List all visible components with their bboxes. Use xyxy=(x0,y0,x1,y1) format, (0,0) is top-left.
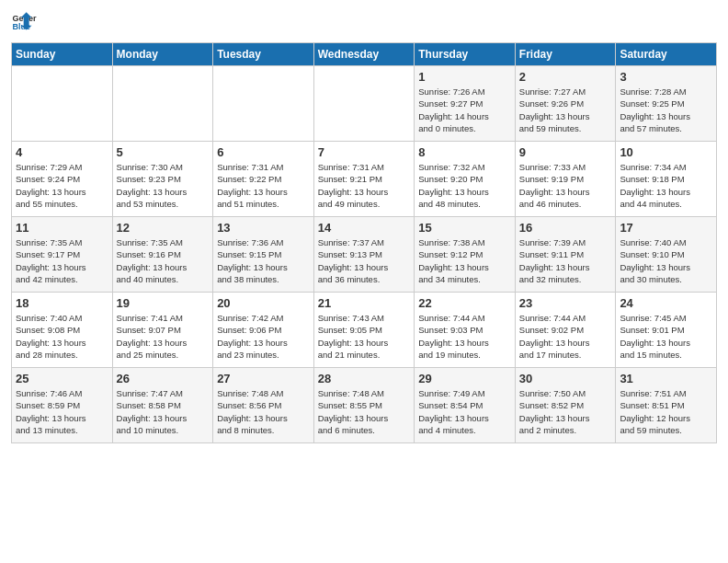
calendar-cell: 3Sunrise: 7:28 AM Sunset: 9:25 PM Daylig… xyxy=(616,66,717,142)
day-info: Sunrise: 7:27 AM Sunset: 9:26 PM Dayligh… xyxy=(519,86,612,134)
day-number: 30 xyxy=(519,372,612,385)
day-number: 25 xyxy=(16,372,108,385)
day-info: Sunrise: 7:48 AM Sunset: 8:55 PM Dayligh… xyxy=(318,387,411,436)
calendar-cell: 12Sunrise: 7:35 AM Sunset: 9:16 PM Dayli… xyxy=(112,217,213,293)
calendar-cell: 7Sunrise: 7:31 AM Sunset: 9:21 PM Daylig… xyxy=(313,142,415,217)
day-info: Sunrise: 7:35 AM Sunset: 9:16 PM Dayligh… xyxy=(117,236,210,285)
calendar-cell: 13Sunrise: 7:36 AM Sunset: 9:15 PM Dayli… xyxy=(213,217,314,293)
day-info: Sunrise: 7:39 AM Sunset: 9:11 PM Dayligh… xyxy=(519,236,612,285)
day-number: 9 xyxy=(519,145,612,159)
day-number: 24 xyxy=(620,296,712,310)
day-info: Sunrise: 7:40 AM Sunset: 9:10 PM Dayligh… xyxy=(620,236,712,285)
calendar-cell: 31Sunrise: 7:51 AM Sunset: 8:51 PM Dayli… xyxy=(616,368,717,443)
calendar-cell: 17Sunrise: 7:40 AM Sunset: 9:10 PM Dayli… xyxy=(616,217,717,293)
calendar-cell: 2Sunrise: 7:27 AM Sunset: 9:26 PM Daylig… xyxy=(515,66,616,142)
day-info: Sunrise: 7:43 AM Sunset: 9:05 PM Dayligh… xyxy=(318,312,411,361)
day-info: Sunrise: 7:29 AM Sunset: 9:24 PM Dayligh… xyxy=(16,161,108,210)
day-info: Sunrise: 7:51 AM Sunset: 8:51 PM Dayligh… xyxy=(620,387,712,436)
day-number: 5 xyxy=(117,145,210,159)
calendar-cell: 30Sunrise: 7:50 AM Sunset: 8:52 PM Dayli… xyxy=(515,368,616,443)
calendar-cell: 21Sunrise: 7:43 AM Sunset: 9:05 PM Dayli… xyxy=(313,293,415,368)
calendar-cell: 26Sunrise: 7:47 AM Sunset: 8:58 PM Dayli… xyxy=(112,368,213,443)
day-info: Sunrise: 7:47 AM Sunset: 8:58 PM Dayligh… xyxy=(117,387,210,436)
calendar-week-2: 4Sunrise: 7:29 AM Sunset: 9:24 PM Daylig… xyxy=(12,142,717,217)
day-number: 12 xyxy=(117,221,210,235)
day-header-friday: Friday xyxy=(515,43,616,66)
day-number: 28 xyxy=(318,372,411,385)
calendar-cell xyxy=(213,66,314,142)
day-number: 17 xyxy=(620,221,712,235)
calendar-cell: 10Sunrise: 7:34 AM Sunset: 9:18 PM Dayli… xyxy=(616,142,717,217)
day-number: 6 xyxy=(217,145,310,159)
day-info: Sunrise: 7:26 AM Sunset: 9:27 PM Dayligh… xyxy=(418,86,511,134)
day-info: Sunrise: 7:44 AM Sunset: 9:02 PM Dayligh… xyxy=(519,312,612,361)
calendar-week-4: 18Sunrise: 7:40 AM Sunset: 9:08 PM Dayli… xyxy=(12,293,717,368)
day-number: 2 xyxy=(519,70,612,84)
calendar-week-3: 11Sunrise: 7:35 AM Sunset: 9:17 PM Dayli… xyxy=(12,217,717,293)
calendar-cell: 28Sunrise: 7:48 AM Sunset: 8:55 PM Dayli… xyxy=(313,368,415,443)
calendar-cell: 9Sunrise: 7:33 AM Sunset: 9:19 PM Daylig… xyxy=(515,142,616,217)
days-header-row: SundayMondayTuesdayWednesdayThursdayFrid… xyxy=(12,43,717,66)
day-number: 14 xyxy=(318,221,411,235)
day-number: 20 xyxy=(217,296,310,310)
calendar-cell: 16Sunrise: 7:39 AM Sunset: 9:11 PM Dayli… xyxy=(515,217,616,293)
calendar-cell: 20Sunrise: 7:42 AM Sunset: 9:06 PM Dayli… xyxy=(213,293,314,368)
day-header-monday: Monday xyxy=(112,43,213,66)
day-number: 21 xyxy=(318,296,411,310)
calendar-cell: 11Sunrise: 7:35 AM Sunset: 9:17 PM Dayli… xyxy=(12,217,113,293)
day-info: Sunrise: 7:41 AM Sunset: 9:07 PM Dayligh… xyxy=(117,312,210,361)
day-number: 8 xyxy=(418,145,511,159)
calendar-cell: 25Sunrise: 7:46 AM Sunset: 8:59 PM Dayli… xyxy=(12,368,113,443)
day-number: 11 xyxy=(16,221,108,235)
logo-icon: General Blue xyxy=(11,9,37,35)
calendar-cell: 18Sunrise: 7:40 AM Sunset: 9:08 PM Dayli… xyxy=(12,293,113,368)
calendar-cell: 19Sunrise: 7:41 AM Sunset: 9:07 PM Dayli… xyxy=(112,293,213,368)
day-info: Sunrise: 7:48 AM Sunset: 8:56 PM Dayligh… xyxy=(217,387,310,436)
day-number: 23 xyxy=(519,296,612,310)
day-info: Sunrise: 7:50 AM Sunset: 8:52 PM Dayligh… xyxy=(519,387,612,436)
calendar-cell: 27Sunrise: 7:48 AM Sunset: 8:56 PM Dayli… xyxy=(213,368,314,443)
calendar-cell: 23Sunrise: 7:44 AM Sunset: 9:02 PM Dayli… xyxy=(515,293,616,368)
calendar-cell: 14Sunrise: 7:37 AM Sunset: 9:13 PM Dayli… xyxy=(313,217,415,293)
day-info: Sunrise: 7:35 AM Sunset: 9:17 PM Dayligh… xyxy=(16,236,108,285)
day-number: 1 xyxy=(418,70,511,84)
logo: General Blue xyxy=(11,9,37,35)
calendar-cell: 5Sunrise: 7:30 AM Sunset: 9:23 PM Daylig… xyxy=(112,142,213,217)
day-info: Sunrise: 7:44 AM Sunset: 9:03 PM Dayligh… xyxy=(418,312,511,361)
calendar-table: SundayMondayTuesdayWednesdayThursdayFrid… xyxy=(11,42,717,443)
calendar-cell: 1Sunrise: 7:26 AM Sunset: 9:27 PM Daylig… xyxy=(415,66,516,142)
calendar-cell: 8Sunrise: 7:32 AM Sunset: 9:20 PM Daylig… xyxy=(415,142,516,217)
day-info: Sunrise: 7:31 AM Sunset: 9:22 PM Dayligh… xyxy=(217,161,310,210)
calendar-cell xyxy=(112,66,213,142)
calendar-cell: 22Sunrise: 7:44 AM Sunset: 9:03 PM Dayli… xyxy=(415,293,516,368)
header: General Blue xyxy=(11,9,717,35)
calendar-week-1: 1Sunrise: 7:26 AM Sunset: 9:27 PM Daylig… xyxy=(12,66,717,142)
day-info: Sunrise: 7:34 AM Sunset: 9:18 PM Dayligh… xyxy=(620,161,712,210)
day-info: Sunrise: 7:30 AM Sunset: 9:23 PM Dayligh… xyxy=(117,161,210,210)
day-info: Sunrise: 7:32 AM Sunset: 9:20 PM Dayligh… xyxy=(418,161,511,210)
day-number: 13 xyxy=(217,221,310,235)
day-info: Sunrise: 7:28 AM Sunset: 9:25 PM Dayligh… xyxy=(620,86,712,134)
calendar-cell: 15Sunrise: 7:38 AM Sunset: 9:12 PM Dayli… xyxy=(415,217,516,293)
day-number: 18 xyxy=(16,296,108,310)
day-info: Sunrise: 7:42 AM Sunset: 9:06 PM Dayligh… xyxy=(217,312,310,361)
calendar-cell: 24Sunrise: 7:45 AM Sunset: 9:01 PM Dayli… xyxy=(616,293,717,368)
day-header-sunday: Sunday xyxy=(12,43,113,66)
day-info: Sunrise: 7:46 AM Sunset: 8:59 PM Dayligh… xyxy=(16,387,108,436)
day-header-wednesday: Wednesday xyxy=(313,43,415,66)
day-number: 27 xyxy=(217,372,310,385)
day-number: 22 xyxy=(418,296,511,310)
calendar-cell: 29Sunrise: 7:49 AM Sunset: 8:54 PM Dayli… xyxy=(415,368,516,443)
day-number: 19 xyxy=(117,296,210,310)
calendar-cell: 4Sunrise: 7:29 AM Sunset: 9:24 PM Daylig… xyxy=(12,142,113,217)
calendar-cell xyxy=(12,66,113,142)
day-info: Sunrise: 7:31 AM Sunset: 9:21 PM Dayligh… xyxy=(318,161,411,210)
calendar-cell xyxy=(313,66,415,142)
day-header-saturday: Saturday xyxy=(616,43,717,66)
day-number: 31 xyxy=(620,372,712,385)
day-number: 16 xyxy=(519,221,612,235)
day-header-tuesday: Tuesday xyxy=(213,43,314,66)
day-info: Sunrise: 7:37 AM Sunset: 9:13 PM Dayligh… xyxy=(318,236,411,285)
day-number: 26 xyxy=(117,372,210,385)
day-info: Sunrise: 7:49 AM Sunset: 8:54 PM Dayligh… xyxy=(418,387,511,436)
